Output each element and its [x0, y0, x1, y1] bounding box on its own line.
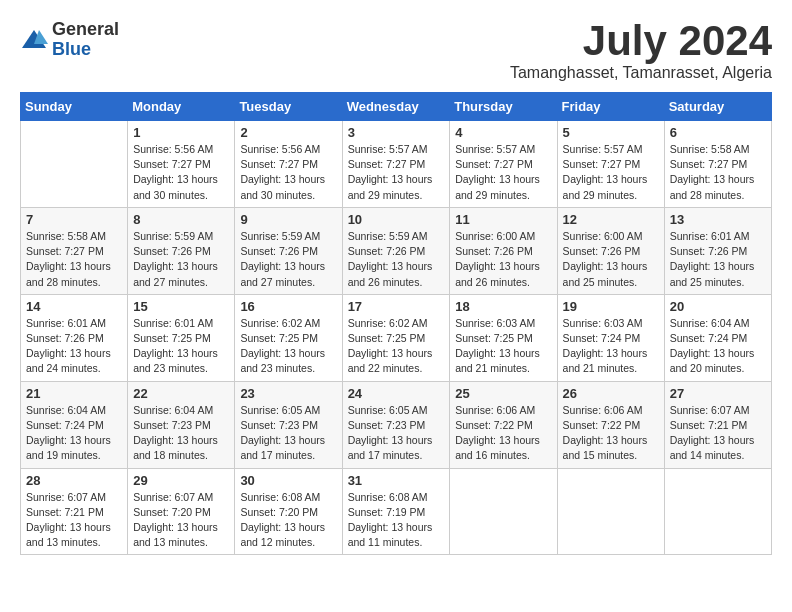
- day-number: 31: [348, 473, 445, 488]
- day-number: 25: [455, 386, 551, 401]
- page-header: General Blue July 2024 Tamanghasset, Tam…: [20, 20, 772, 82]
- day-number: 8: [133, 212, 229, 227]
- day-cell: 12Sunrise: 6:00 AM Sunset: 7:26 PM Dayli…: [557, 207, 664, 294]
- day-info: Sunrise: 6:08 AM Sunset: 7:20 PM Dayligh…: [240, 490, 336, 551]
- day-number: 13: [670, 212, 766, 227]
- week-row-5: 28Sunrise: 6:07 AM Sunset: 7:21 PM Dayli…: [21, 468, 772, 555]
- logo-general: General: [52, 20, 119, 40]
- week-row-2: 7Sunrise: 5:58 AM Sunset: 7:27 PM Daylig…: [21, 207, 772, 294]
- day-cell: 22Sunrise: 6:04 AM Sunset: 7:23 PM Dayli…: [128, 381, 235, 468]
- day-info: Sunrise: 6:07 AM Sunset: 7:20 PM Dayligh…: [133, 490, 229, 551]
- day-cell: 31Sunrise: 6:08 AM Sunset: 7:19 PM Dayli…: [342, 468, 450, 555]
- day-info: Sunrise: 6:07 AM Sunset: 7:21 PM Dayligh…: [670, 403, 766, 464]
- day-cell: 5Sunrise: 5:57 AM Sunset: 7:27 PM Daylig…: [557, 121, 664, 208]
- day-info: Sunrise: 5:58 AM Sunset: 7:27 PM Dayligh…: [26, 229, 122, 290]
- day-number: 11: [455, 212, 551, 227]
- day-cell: 10Sunrise: 5:59 AM Sunset: 7:26 PM Dayli…: [342, 207, 450, 294]
- day-number: 18: [455, 299, 551, 314]
- day-number: 10: [348, 212, 445, 227]
- day-info: Sunrise: 6:01 AM Sunset: 7:26 PM Dayligh…: [26, 316, 122, 377]
- day-info: Sunrise: 6:03 AM Sunset: 7:25 PM Dayligh…: [455, 316, 551, 377]
- day-number: 29: [133, 473, 229, 488]
- day-cell: 19Sunrise: 6:03 AM Sunset: 7:24 PM Dayli…: [557, 294, 664, 381]
- day-info: Sunrise: 5:56 AM Sunset: 7:27 PM Dayligh…: [240, 142, 336, 203]
- day-info: Sunrise: 6:05 AM Sunset: 7:23 PM Dayligh…: [240, 403, 336, 464]
- day-cell: 2Sunrise: 5:56 AM Sunset: 7:27 PM Daylig…: [235, 121, 342, 208]
- day-number: 21: [26, 386, 122, 401]
- day-info: Sunrise: 5:56 AM Sunset: 7:27 PM Dayligh…: [133, 142, 229, 203]
- week-row-3: 14Sunrise: 6:01 AM Sunset: 7:26 PM Dayli…: [21, 294, 772, 381]
- day-number: 23: [240, 386, 336, 401]
- day-info: Sunrise: 6:03 AM Sunset: 7:24 PM Dayligh…: [563, 316, 659, 377]
- day-number: 12: [563, 212, 659, 227]
- header-sunday: Sunday: [21, 93, 128, 121]
- day-cell: [450, 468, 557, 555]
- day-cell: 9Sunrise: 5:59 AM Sunset: 7:26 PM Daylig…: [235, 207, 342, 294]
- day-info: Sunrise: 6:01 AM Sunset: 7:25 PM Dayligh…: [133, 316, 229, 377]
- day-number: 26: [563, 386, 659, 401]
- day-info: Sunrise: 6:08 AM Sunset: 7:19 PM Dayligh…: [348, 490, 445, 551]
- header-friday: Friday: [557, 93, 664, 121]
- day-info: Sunrise: 6:04 AM Sunset: 7:24 PM Dayligh…: [670, 316, 766, 377]
- title-section: July 2024 Tamanghasset, Tamanrasset, Alg…: [510, 20, 772, 82]
- day-cell: 17Sunrise: 6:02 AM Sunset: 7:25 PM Dayli…: [342, 294, 450, 381]
- day-cell: 25Sunrise: 6:06 AM Sunset: 7:22 PM Dayli…: [450, 381, 557, 468]
- week-row-4: 21Sunrise: 6:04 AM Sunset: 7:24 PM Dayli…: [21, 381, 772, 468]
- day-info: Sunrise: 5:57 AM Sunset: 7:27 PM Dayligh…: [563, 142, 659, 203]
- day-cell: [21, 121, 128, 208]
- day-number: 24: [348, 386, 445, 401]
- day-info: Sunrise: 5:58 AM Sunset: 7:27 PM Dayligh…: [670, 142, 766, 203]
- header-tuesday: Tuesday: [235, 93, 342, 121]
- day-cell: 6Sunrise: 5:58 AM Sunset: 7:27 PM Daylig…: [664, 121, 771, 208]
- month-year-title: July 2024: [510, 20, 772, 62]
- day-info: Sunrise: 5:57 AM Sunset: 7:27 PM Dayligh…: [455, 142, 551, 203]
- day-cell: 7Sunrise: 5:58 AM Sunset: 7:27 PM Daylig…: [21, 207, 128, 294]
- day-info: Sunrise: 6:04 AM Sunset: 7:23 PM Dayligh…: [133, 403, 229, 464]
- day-cell: 8Sunrise: 5:59 AM Sunset: 7:26 PM Daylig…: [128, 207, 235, 294]
- day-info: Sunrise: 5:59 AM Sunset: 7:26 PM Dayligh…: [240, 229, 336, 290]
- day-cell: 4Sunrise: 5:57 AM Sunset: 7:27 PM Daylig…: [450, 121, 557, 208]
- day-number: 28: [26, 473, 122, 488]
- day-info: Sunrise: 6:01 AM Sunset: 7:26 PM Dayligh…: [670, 229, 766, 290]
- header-saturday: Saturday: [664, 93, 771, 121]
- day-info: Sunrise: 6:06 AM Sunset: 7:22 PM Dayligh…: [563, 403, 659, 464]
- day-number: 20: [670, 299, 766, 314]
- day-number: 3: [348, 125, 445, 140]
- day-number: 2: [240, 125, 336, 140]
- day-number: 6: [670, 125, 766, 140]
- day-info: Sunrise: 6:00 AM Sunset: 7:26 PM Dayligh…: [563, 229, 659, 290]
- day-cell: 26Sunrise: 6:06 AM Sunset: 7:22 PM Dayli…: [557, 381, 664, 468]
- day-cell: 29Sunrise: 6:07 AM Sunset: 7:20 PM Dayli…: [128, 468, 235, 555]
- day-info: Sunrise: 6:07 AM Sunset: 7:21 PM Dayligh…: [26, 490, 122, 551]
- day-number: 7: [26, 212, 122, 227]
- week-row-1: 1Sunrise: 5:56 AM Sunset: 7:27 PM Daylig…: [21, 121, 772, 208]
- day-cell: [664, 468, 771, 555]
- header-monday: Monday: [128, 93, 235, 121]
- location-subtitle: Tamanghasset, Tamanrasset, Algeria: [510, 64, 772, 82]
- day-number: 1: [133, 125, 229, 140]
- day-cell: 20Sunrise: 6:04 AM Sunset: 7:24 PM Dayli…: [664, 294, 771, 381]
- day-info: Sunrise: 5:59 AM Sunset: 7:26 PM Dayligh…: [348, 229, 445, 290]
- day-number: 17: [348, 299, 445, 314]
- calendar-table: SundayMondayTuesdayWednesdayThursdayFrid…: [20, 92, 772, 555]
- day-info: Sunrise: 6:04 AM Sunset: 7:24 PM Dayligh…: [26, 403, 122, 464]
- day-number: 9: [240, 212, 336, 227]
- day-number: 30: [240, 473, 336, 488]
- day-cell: 14Sunrise: 6:01 AM Sunset: 7:26 PM Dayli…: [21, 294, 128, 381]
- day-cell: [557, 468, 664, 555]
- day-number: 14: [26, 299, 122, 314]
- day-cell: 15Sunrise: 6:01 AM Sunset: 7:25 PM Dayli…: [128, 294, 235, 381]
- day-number: 16: [240, 299, 336, 314]
- day-cell: 30Sunrise: 6:08 AM Sunset: 7:20 PM Dayli…: [235, 468, 342, 555]
- day-cell: 1Sunrise: 5:56 AM Sunset: 7:27 PM Daylig…: [128, 121, 235, 208]
- day-info: Sunrise: 5:57 AM Sunset: 7:27 PM Dayligh…: [348, 142, 445, 203]
- day-info: Sunrise: 5:59 AM Sunset: 7:26 PM Dayligh…: [133, 229, 229, 290]
- day-cell: 28Sunrise: 6:07 AM Sunset: 7:21 PM Dayli…: [21, 468, 128, 555]
- day-cell: 3Sunrise: 5:57 AM Sunset: 7:27 PM Daylig…: [342, 121, 450, 208]
- day-info: Sunrise: 6:00 AM Sunset: 7:26 PM Dayligh…: [455, 229, 551, 290]
- day-info: Sunrise: 6:06 AM Sunset: 7:22 PM Dayligh…: [455, 403, 551, 464]
- day-number: 15: [133, 299, 229, 314]
- day-cell: 24Sunrise: 6:05 AM Sunset: 7:23 PM Dayli…: [342, 381, 450, 468]
- day-number: 19: [563, 299, 659, 314]
- day-cell: 18Sunrise: 6:03 AM Sunset: 7:25 PM Dayli…: [450, 294, 557, 381]
